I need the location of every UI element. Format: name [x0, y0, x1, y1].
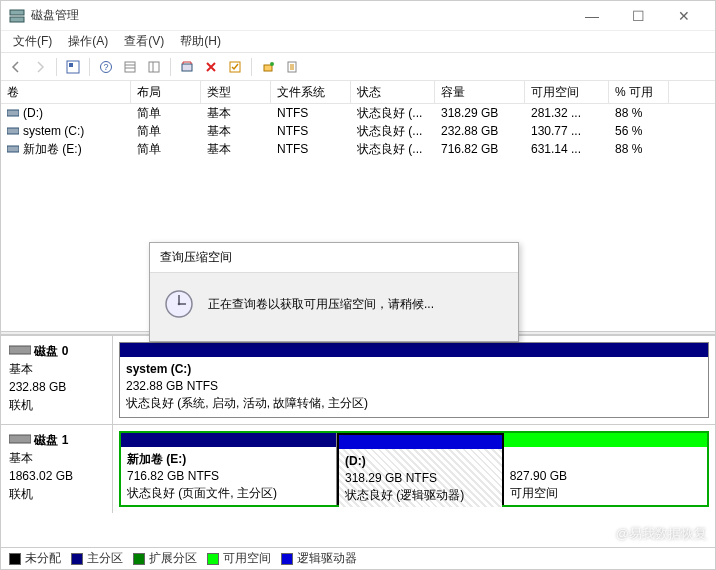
- cell: 状态良好 (...: [351, 141, 435, 158]
- svg-point-29: [602, 534, 607, 538]
- cell: 简单: [131, 123, 201, 140]
- disk-size: 1863.02 GB: [9, 467, 104, 485]
- disk-row: 磁盘 0 基本 232.88 GB 联机 system (C:) 232.88 …: [1, 335, 715, 424]
- window-titlebar: 磁盘管理 — ☐ ✕: [1, 1, 715, 31]
- cell: 88 %: [609, 106, 669, 120]
- dialog-title: 查询压缩空间: [150, 243, 518, 273]
- part-status: 状态良好 (逻辑驱动器): [345, 488, 464, 502]
- col-fs[interactable]: 文件系统: [271, 81, 351, 103]
- col-free[interactable]: 可用空间: [525, 81, 609, 103]
- svg-rect-3: [69, 63, 73, 67]
- volume-row[interactable]: (D:) 简单 基本 NTFS 状态良好 (... 318.29 GB 281.…: [1, 104, 715, 122]
- cell: 基本: [201, 105, 271, 122]
- part-size: 232.88 GB NTFS: [126, 379, 218, 393]
- svg-rect-18: [7, 146, 19, 152]
- svg-rect-20: [9, 435, 31, 443]
- cell: (D:): [23, 106, 43, 120]
- delete-icon[interactable]: [200, 56, 222, 78]
- col-type[interactable]: 类型: [201, 81, 271, 103]
- svg-rect-1: [10, 17, 24, 22]
- volume-icon: [7, 126, 19, 136]
- disk-icon: [9, 434, 31, 444]
- cell: 新加卷 (E:): [23, 141, 82, 158]
- partition[interactable]: system (C:) 232.88 GB NTFS 状态良好 (系统, 启动,…: [120, 343, 708, 417]
- col-status[interactable]: 状态: [351, 81, 435, 103]
- svg-rect-16: [7, 110, 19, 116]
- menu-file[interactable]: 文件(F): [5, 31, 60, 52]
- cell: 281.32 ...: [525, 106, 609, 120]
- cell: 基本: [201, 123, 271, 140]
- cell: 基本: [201, 141, 271, 158]
- props-icon[interactable]: [281, 56, 303, 78]
- volume-icon: [7, 144, 19, 154]
- disk-label: 磁盘 1: [34, 433, 68, 447]
- svg-point-25: [600, 530, 603, 533]
- disk-info[interactable]: 磁盘 1 基本 1863.02 GB 联机: [1, 425, 113, 513]
- cell: system (C:): [23, 124, 84, 138]
- cell: 简单: [131, 141, 201, 158]
- disk-state: 联机: [9, 485, 104, 503]
- cell: 88 %: [609, 142, 669, 156]
- volume-row[interactable]: 新加卷 (E:) 简单 基本 NTFS 状态良好 (... 716.82 GB …: [1, 140, 715, 158]
- detail-view-icon[interactable]: [143, 56, 165, 78]
- svg-rect-9: [149, 62, 159, 72]
- forward-button[interactable]: [29, 56, 51, 78]
- part-status: 可用空间: [510, 486, 558, 500]
- help-icon[interactable]: ?: [95, 56, 117, 78]
- disk-size: 232.88 GB: [9, 378, 104, 396]
- minimize-button[interactable]: —: [569, 1, 615, 31]
- volume-list-header: 卷 布局 类型 文件系统 状态 容量 可用空间 % 可用: [1, 81, 715, 104]
- disk-icon: [9, 345, 31, 355]
- refresh-icon[interactable]: [62, 56, 84, 78]
- cell: 56 %: [609, 124, 669, 138]
- svg-rect-6: [125, 62, 135, 72]
- menu-help[interactable]: 帮助(H): [172, 31, 229, 52]
- col-capacity[interactable]: 容量: [435, 81, 525, 103]
- menubar: 文件(F) 操作(A) 查看(V) 帮助(H): [1, 31, 715, 53]
- new-icon[interactable]: [257, 56, 279, 78]
- list-view-icon[interactable]: [119, 56, 141, 78]
- part-title: system (C:): [126, 362, 191, 376]
- check-icon[interactable]: [224, 56, 246, 78]
- svg-rect-11: [182, 64, 192, 71]
- rescan-icon[interactable]: [176, 56, 198, 78]
- cell: NTFS: [271, 142, 351, 156]
- part-size: 827.90 GB: [510, 469, 567, 483]
- cell: 631.14 ...: [525, 142, 609, 156]
- menu-view[interactable]: 查看(V): [116, 31, 172, 52]
- part-size: 318.29 GB NTFS: [345, 471, 437, 485]
- part-title: 新加卷 (E:): [127, 452, 186, 466]
- volume-list[interactable]: (D:) 简单 基本 NTFS 状态良好 (... 318.29 GB 281.…: [1, 104, 715, 164]
- back-button[interactable]: [5, 56, 27, 78]
- disk-type: 基本: [9, 449, 104, 467]
- partition-selected[interactable]: (D:) 318.29 GB NTFS 状态良好 (逻辑驱动器): [337, 433, 504, 505]
- cell: NTFS: [271, 106, 351, 120]
- cell: 232.88 GB: [435, 124, 525, 138]
- disk-info[interactable]: 磁盘 0 基本 232.88 GB 联机: [1, 336, 113, 424]
- disk-type: 基本: [9, 360, 104, 378]
- legend-unalloc: 未分配: [25, 550, 61, 567]
- svg-point-26: [606, 530, 609, 533]
- volume-icon: [7, 108, 19, 118]
- toolbar: ?: [1, 53, 715, 81]
- menu-action[interactable]: 操作(A): [60, 31, 116, 52]
- svg-rect-0: [10, 10, 24, 15]
- col-volume[interactable]: 卷: [1, 81, 131, 103]
- partition-freespace[interactable]: 827.90 GB 可用空间: [504, 433, 707, 505]
- cell: 130.77 ...: [525, 124, 609, 138]
- svg-text:?: ?: [103, 62, 108, 72]
- window-title: 磁盘管理: [31, 7, 569, 24]
- volume-row[interactable]: system (C:) 简单 基本 NTFS 状态良好 (... 232.88 …: [1, 122, 715, 140]
- svg-point-28: [607, 534, 610, 537]
- partition[interactable]: 新加卷 (E:) 716.82 GB NTFS 状态良好 (页面文件, 主分区): [121, 433, 337, 505]
- disk-graphical-pane: 磁盘 0 基本 232.88 GB 联机 system (C:) 232.88 …: [1, 331, 715, 547]
- col-pct[interactable]: % 可用: [609, 81, 669, 103]
- part-status: 状态良好 (页面文件, 主分区): [127, 486, 277, 500]
- cell: 318.29 GB: [435, 106, 525, 120]
- cell: NTFS: [271, 124, 351, 138]
- maximize-button[interactable]: ☐: [615, 1, 661, 31]
- close-button[interactable]: ✕: [661, 1, 707, 31]
- col-layout[interactable]: 布局: [131, 81, 201, 103]
- clock-icon: [164, 289, 194, 319]
- legend-primary: 主分区: [87, 550, 123, 567]
